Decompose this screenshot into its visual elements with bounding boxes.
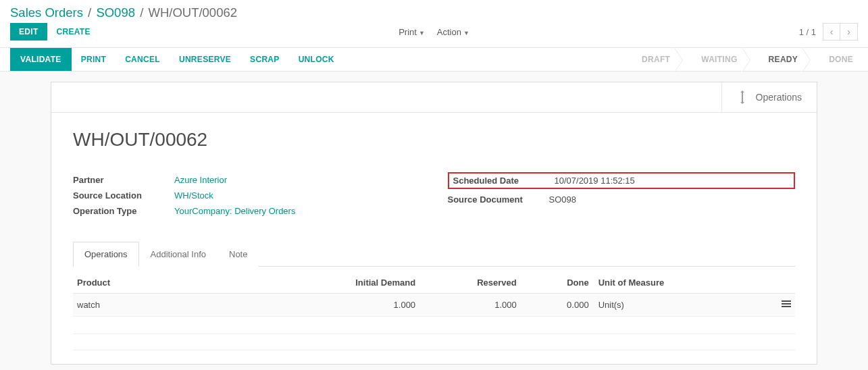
updown-arrows-icon — [737, 90, 748, 104]
sheet-wrap: Operations WH/OUT/00062 Partner Azure In… — [0, 72, 868, 370]
unreserve-button[interactable]: UNRESERVE — [170, 48, 240, 71]
col-reserved[interactable]: Reserved — [419, 272, 521, 294]
optype-label: Operation Type — [73, 206, 174, 216]
pager: 1 / 1 ‹ › — [799, 23, 858, 41]
breadcrumb-row: Sales Orders / SO098 / WH/OUT/00062 — [0, 0, 868, 22]
tabs: Operations Additional Info Note — [73, 242, 795, 267]
chevron-down-icon: ▼ — [463, 30, 469, 36]
form-sheet: Operations WH/OUT/00062 Partner Azure In… — [51, 82, 817, 365]
col-done[interactable]: Done — [521, 272, 593, 294]
create-button[interactable]: CREATE — [57, 27, 91, 36]
field-source-location: Source Location WH/Stock — [73, 188, 421, 203]
right-fields: Scheduled Date 10/07/2019 11:52:15 Sourc… — [448, 172, 796, 219]
breadcrumb-sep: / — [86, 5, 93, 20]
stat-button-row: Operations — [51, 82, 817, 113]
left-fields: Partner Azure Interior Source Location W… — [73, 172, 421, 219]
cancel-button[interactable]: CANCEL — [116, 48, 170, 71]
srcdoc-label: Source Document — [448, 194, 549, 205]
status-draft[interactable]: DRAFT — [627, 48, 682, 71]
pager-prev-button[interactable]: ‹ — [823, 23, 840, 41]
list-icon — [782, 299, 791, 309]
cell-product: watch — [73, 294, 318, 317]
chevron-down-icon: ▼ — [419, 30, 425, 36]
control-row: EDIT CREATE Print▼ Action▼ 1 / 1 ‹ › — [0, 22, 868, 47]
action-dropdown[interactable]: Action▼ — [437, 27, 469, 37]
col-uom[interactable]: Unit of Measure — [593, 272, 738, 294]
field-operation-type: Operation Type YourCompany: Delivery Ord… — [73, 203, 421, 219]
field-columns: Partner Azure Interior Source Location W… — [73, 172, 795, 219]
scrap-button[interactable]: SCRAP — [240, 48, 289, 71]
print-dropdown[interactable]: Print▼ — [399, 27, 425, 37]
pager-next-button[interactable]: › — [840, 23, 858, 41]
status-done[interactable]: DONE — [810, 48, 868, 71]
cell-done: 0.000 — [521, 294, 593, 317]
breadcrumb: Sales Orders / SO098 / WH/OUT/00062 — [10, 5, 237, 20]
operations-table: Product Initial Demand Reserved Done Uni… — [73, 272, 795, 350]
srcdoc-value: SO098 — [549, 194, 576, 205]
sched-label: Scheduled Date — [453, 176, 555, 186]
optype-link[interactable]: YourCompany: Delivery Orders — [174, 206, 295, 216]
table-pad-row — [73, 317, 795, 334]
breadcrumb-link-sales-orders[interactable]: Sales Orders — [10, 5, 83, 20]
cell-initial: 1.000 — [318, 294, 419, 317]
print-button[interactable]: PRINT — [72, 48, 116, 71]
partner-link[interactable]: Azure Interior — [174, 175, 227, 185]
pager-text: 1 / 1 — [799, 27, 816, 37]
field-source-document: Source Document SO098 — [448, 192, 796, 207]
table-foot-row — [73, 334, 795, 350]
validate-button[interactable]: VALIDATE — [10, 48, 72, 71]
operations-stat-button[interactable]: Operations — [721, 82, 817, 112]
tab-note[interactable]: Note — [218, 242, 259, 267]
action-toolbar: VALIDATE PRINT CANCEL UNRESERVE SCRAP UN… — [0, 47, 868, 72]
partner-label: Partner — [73, 175, 174, 185]
table-row[interactable]: watch 1.000 1.000 0.000 Unit(s) — [73, 294, 795, 317]
operations-stat-label: Operations — [756, 92, 802, 103]
tab-operations[interactable]: Operations — [73, 242, 139, 267]
status-bar: DRAFT WAITING READY DONE — [627, 48, 868, 71]
cell-uom: Unit(s) — [593, 294, 738, 317]
center-controls: Print▼ Action▼ — [399, 27, 469, 37]
col-initial-demand[interactable]: Initial Demand — [318, 272, 419, 294]
field-partner: Partner Azure Interior — [73, 172, 421, 188]
col-actions — [737, 272, 795, 294]
tab-additional-info[interactable]: Additional Info — [139, 242, 218, 267]
sched-value: 10/07/2019 11:52:15 — [555, 176, 635, 186]
table-header-row: Product Initial Demand Reserved Done Uni… — [73, 272, 795, 294]
status-waiting[interactable]: WAITING — [682, 48, 749, 71]
breadcrumb-link-so098[interactable]: SO098 — [96, 5, 135, 20]
unlock-button[interactable]: UNLOCK — [289, 48, 344, 71]
row-detail-button[interactable] — [737, 294, 795, 317]
status-ready[interactable]: READY — [750, 48, 811, 71]
srcloc-link[interactable]: WH/Stock — [174, 190, 213, 201]
breadcrumb-sep: / — [138, 5, 145, 20]
srcloc-label: Source Location — [73, 190, 174, 201]
col-product[interactable]: Product — [73, 272, 318, 294]
page-title: WH/OUT/00062 — [73, 129, 795, 151]
cell-reserved: 1.000 — [419, 294, 521, 317]
breadcrumb-current: WH/OUT/00062 — [148, 5, 237, 20]
scheduled-date-highlight: Scheduled Date 10/07/2019 11:52:15 — [448, 172, 796, 189]
edit-button[interactable]: EDIT — [10, 23, 47, 41]
